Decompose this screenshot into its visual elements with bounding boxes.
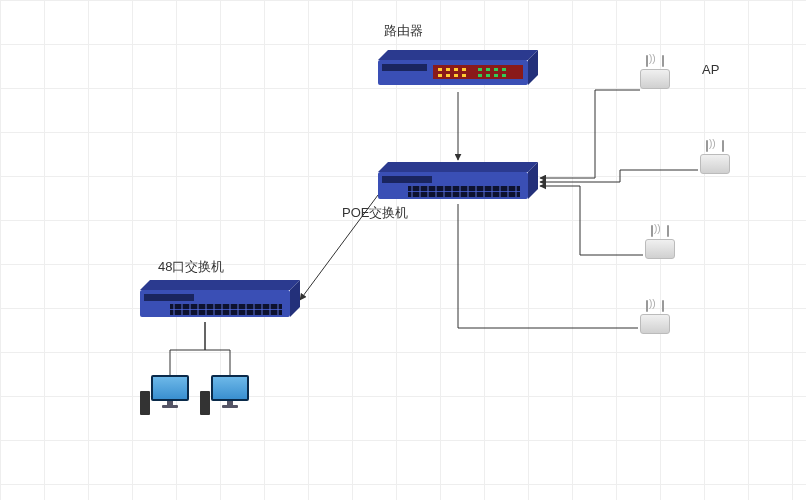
connection [540, 90, 640, 178]
connections-layer [0, 0, 806, 500]
diagram-canvas: { "labels": { "router": "路由器", "poe_swit… [0, 0, 806, 500]
ap-icon: )) [700, 140, 730, 174]
connection [458, 204, 638, 328]
connection [540, 170, 698, 182]
connection [170, 322, 205, 375]
pc-icon [210, 375, 250, 415]
poe-switch-icon [378, 162, 538, 199]
router-icon [378, 50, 538, 85]
ap-icon: )) [640, 55, 670, 89]
connection [205, 322, 230, 375]
pc-icon [150, 375, 190, 415]
connection [540, 186, 643, 255]
switch48-icon [140, 280, 300, 317]
ap-icon: )) [645, 225, 675, 259]
ap-icon: )) [640, 300, 670, 334]
connection [300, 195, 378, 300]
